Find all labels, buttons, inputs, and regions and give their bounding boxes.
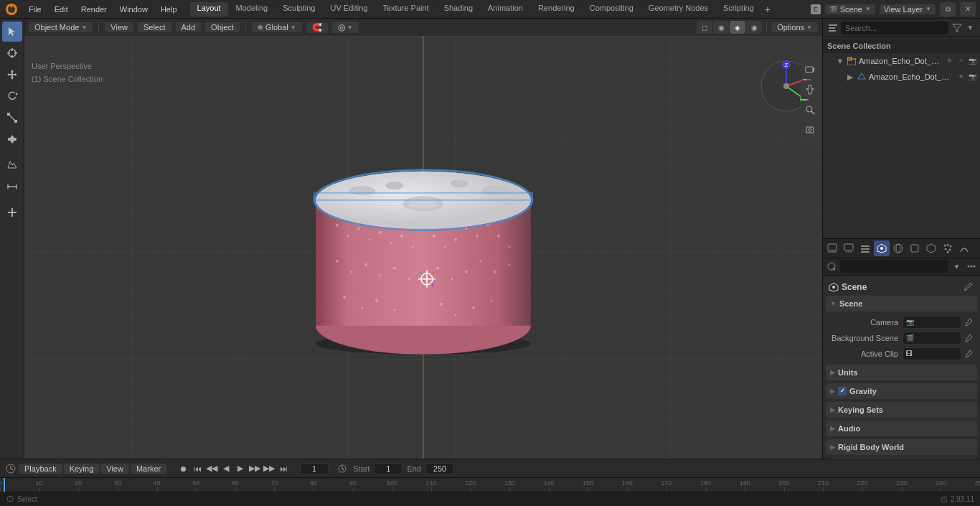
active-clip-field[interactable]: 🎞	[903, 347, 961, 360]
outliner-filter-btn[interactable]	[951, 20, 962, 36]
tab-shading[interactable]: Shading	[437, 2, 480, 17]
props-scene-edit-btn[interactable]	[964, 282, 974, 292]
tab-modeling[interactable]: Modeling	[229, 2, 275, 17]
start-frame[interactable]: 1	[374, 463, 402, 474]
camera-eyedrop-btn[interactable]	[963, 317, 974, 328]
outliner-expand-btn[interactable]: ▼	[965, 20, 976, 36]
keying-menu[interactable]: Keying	[64, 464, 100, 474]
marker-menu[interactable]: Marker	[131, 464, 166, 474]
background-scene-field[interactable]: 🎬	[903, 332, 961, 345]
timeline-icon-btn[interactable]	[4, 462, 17, 475]
rewind-btn[interactable]: ◀	[220, 462, 232, 475]
snap-btn[interactable]: 🧲	[306, 22, 328, 33]
props-units-header[interactable]: ▶ Units	[826, 365, 977, 380]
scrub-track[interactable]: 0102030405060708090100110120130140150160…	[0, 478, 980, 492]
skip-end-btn[interactable]: ⏭	[277, 462, 290, 475]
background-scene-eyedrop[interactable]	[963, 332, 974, 344]
outliner-search[interactable]	[841, 22, 948, 34]
viewport-zoom-btn[interactable]	[801, 100, 819, 119]
tab-compositing[interactable]: Compositing	[583, 2, 641, 17]
props-custom-header[interactable]: ▶ Custom Properties	[826, 458, 977, 459]
props-tree-btn[interactable]	[826, 258, 837, 274]
material-btn[interactable]: ◈	[730, 21, 745, 34]
top-right-btn2[interactable]: ✕	[960, 2, 976, 17]
viewport-hand-btn[interactable]	[801, 80, 819, 99]
tool-measure[interactable]	[2, 177, 22, 197]
props-search[interactable]	[840, 260, 948, 273]
tab-layout[interactable]: Layout	[190, 2, 228, 17]
menu-window[interactable]: Window	[114, 4, 154, 15]
props-scene-section-header[interactable]: ▼ Scene	[826, 296, 977, 311]
props-icon-particles[interactable]	[940, 240, 956, 256]
tab-rendering[interactable]: Rendering	[531, 2, 582, 17]
props-filter-btn[interactable]: ▼	[951, 258, 962, 274]
skip-start-btn[interactable]: ⏮	[191, 462, 204, 475]
end-frame[interactable]: 250	[425, 463, 454, 474]
proportional-edit-btn[interactable]: ◎ ▼	[332, 22, 359, 33]
clock-btn[interactable]	[336, 462, 349, 475]
select-icon-1[interactable]: ↗	[956, 56, 966, 66]
viewport-select-menu[interactable]: Select	[138, 22, 171, 32]
props-keying-header[interactable]: ▶ Keying Sets	[826, 402, 977, 418]
current-frame[interactable]: 1	[300, 463, 329, 474]
menu-render[interactable]: Render	[75, 4, 113, 15]
tool-transform[interactable]	[2, 129, 22, 149]
props-icon-scene[interactable]	[874, 240, 890, 256]
tool-cursor[interactable]	[2, 43, 22, 63]
outliner-icon-btn[interactable]	[827, 20, 838, 36]
tab-texture-paint[interactable]: Texture Paint	[375, 2, 435, 17]
3d-viewport[interactable]: Object Mode ▼ View Select Add Object ⊕ G…	[24, 19, 822, 459]
viewport-camera-btn[interactable]	[801, 60, 819, 79]
tool-scale[interactable]	[2, 108, 22, 128]
play-btn[interactable]: ▶	[234, 462, 247, 475]
tool-move[interactable]	[2, 65, 22, 85]
viewport-object-menu[interactable]: Object	[205, 22, 240, 32]
view-layer-dropdown[interactable]: View Layer ▼	[880, 4, 936, 14]
timeline-view-menu[interactable]: View	[100, 464, 129, 474]
menu-edit[interactable]: Edit	[49, 4, 74, 15]
solid-btn[interactable]: ◉	[713, 21, 729, 34]
viewport-add-menu[interactable]: Add	[176, 22, 202, 32]
props-icon-world[interactable]	[890, 240, 906, 256]
outliner-item-echo-dot-collection[interactable]: ▼ Amazon_Echo_Dot_Pink_001 👁 ↗ 📷	[823, 53, 980, 69]
active-clip-eyedrop[interactable]	[963, 348, 974, 360]
tab-scripting[interactable]: Scripting	[716, 2, 761, 17]
tab-sculpting[interactable]: Sculpting	[275, 2, 322, 17]
viewport-mode-btn[interactable]: Object Mode ▼	[29, 22, 93, 32]
playback-menu[interactable]: Playback	[19, 464, 62, 474]
viewport-view-menu[interactable]: View	[105, 22, 133, 32]
render-icon-1[interactable]: 📷	[967, 56, 977, 66]
props-gravity-header[interactable]: ▶ ✓ Gravity	[826, 383, 977, 399]
add-workspace-tab[interactable]: +	[762, 2, 773, 17]
gravity-checkbox[interactable]: ✓	[838, 387, 847, 395]
tool-rotate[interactable]	[2, 86, 22, 106]
props-icon-render[interactable]	[824, 240, 840, 256]
transform-orientation-btn[interactable]: ⊕ Global ▼	[252, 22, 302, 32]
viewport-canvas[interactable]: X Y Z User Perspective (1) Scene Collect…	[24, 36, 822, 459]
menu-help[interactable]: Help	[155, 4, 183, 15]
fast-forward-btn[interactable]: ▶▶	[248, 462, 261, 475]
tool-annotate[interactable]	[2, 155, 22, 175]
options-btn[interactable]: Options ▼	[771, 22, 818, 32]
top-right-btn1[interactable]: ⧉	[940, 2, 956, 17]
camera-field[interactable]: 📷	[903, 316, 961, 329]
expand-arrow-1[interactable]: ▼	[836, 57, 844, 65]
props-icon-modifier[interactable]	[923, 240, 939, 256]
props-rigid-body-header[interactable]: ▶ Rigid Body World	[826, 439, 977, 455]
outliner-item-echo-dot-mesh[interactable]: ▶ Amazon_Echo_Dot_Pink 👁 📷	[823, 69, 980, 85]
props-icon-view-layer[interactable]	[857, 240, 873, 256]
props-icon-physics[interactable]	[956, 240, 972, 256]
menu-file[interactable]: File	[23, 4, 47, 15]
render-icon-2[interactable]: 📷	[967, 72, 977, 82]
view-icon-1[interactable]: 👁	[944, 56, 954, 66]
record-btn[interactable]: ⏺	[176, 462, 189, 475]
wireframe-btn[interactable]: ◻	[697, 21, 712, 34]
scene-dropdown[interactable]: 🎬 Scene ▼	[825, 4, 875, 14]
props-icon-object[interactable]	[907, 240, 923, 256]
tool-add[interactable]	[2, 202, 22, 222]
tool-select[interactable]	[2, 22, 22, 42]
rendered-btn[interactable]: ◉	[746, 21, 762, 34]
tab-animation[interactable]: Animation	[481, 2, 530, 17]
tab-geometry-nodes[interactable]: Geometry Nodes	[641, 2, 715, 17]
view-icon-2[interactable]: 👁	[956, 72, 966, 82]
